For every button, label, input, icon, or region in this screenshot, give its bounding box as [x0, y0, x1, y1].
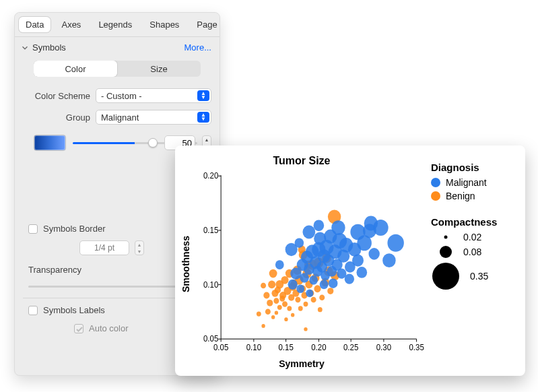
group-label: Group — [23, 112, 90, 123]
slider-thumb[interactable] — [148, 138, 158, 148]
data-point — [265, 309, 271, 315]
segment-size[interactable]: Size — [117, 61, 201, 77]
tab-legends[interactable]: Legends — [92, 17, 139, 32]
size-legend-medium: 0.08 — [431, 244, 514, 260]
tab-shapes[interactable]: Shapes — [143, 17, 186, 32]
data-point — [281, 276, 288, 284]
svg-point-26 — [432, 263, 459, 290]
data-point — [306, 289, 313, 297]
data-point — [382, 253, 395, 267]
color-scheme-select[interactable]: - Custom - ▲▼ — [96, 88, 211, 103]
color-slider[interactable] — [73, 136, 158, 150]
color-swatch[interactable] — [34, 135, 66, 151]
size-legend-label: 0.02 — [463, 232, 481, 242]
data-point — [309, 275, 318, 285]
border-size-value: 1/4 pt — [94, 243, 114, 253]
data-point — [298, 306, 303, 311]
y-axis-label: Smoothness — [178, 168, 194, 360]
section-more-link[interactable]: More... — [184, 42, 211, 53]
symbols-border-label: Symbols Border — [43, 224, 105, 234]
data-point — [311, 297, 316, 303]
dropdown-arrows-icon: ▲▼ — [197, 90, 209, 101]
size-legend-label: 0.08 — [463, 247, 481, 257]
data-point — [319, 294, 325, 300]
data-point — [273, 298, 279, 304]
data-point — [284, 317, 288, 321]
data-point — [257, 311, 261, 316]
color-scheme-value: - Custom - — [101, 91, 142, 101]
size-legend-title: Compactness — [431, 216, 514, 228]
svg-text:0.20: 0.20 — [311, 342, 327, 352]
svg-text:0.10: 0.10 — [203, 280, 219, 289]
symbols-labels-checkbox[interactable] — [28, 306, 38, 315]
scatter-plot: 0.05 0.10 0.15 0.20 0.05 0.10 0.15 0.2 — [194, 168, 426, 360]
symbols-section-header: Symbols More... — [15, 37, 220, 57]
size-dot-large-icon — [431, 261, 461, 291]
color-size-segment: Color Size — [34, 61, 201, 77]
symbols-border-checkbox[interactable] — [28, 224, 38, 234]
data-point — [352, 255, 364, 267]
data-point — [267, 300, 273, 306]
data-point — [285, 243, 298, 256]
data-point — [329, 278, 338, 288]
symbols-labels-label: Symbols Labels — [43, 305, 105, 315]
size-legend-small: 0.02 — [431, 232, 514, 242]
data-point — [279, 296, 285, 302]
data-point — [263, 292, 269, 299]
group-select[interactable]: Malignant ▲▼ — [96, 110, 211, 125]
data-point — [345, 274, 354, 284]
svg-text:0.30: 0.30 — [376, 342, 392, 352]
auto-color-checkbox — [74, 324, 83, 333]
size-dot-medium-icon — [431, 244, 454, 260]
svg-text:0.20: 0.20 — [203, 171, 219, 181]
data-point — [314, 285, 321, 292]
dropdown-arrows-icon: ▲▼ — [197, 112, 209, 123]
auto-color-label: Auto color — [89, 323, 129, 333]
data-point — [331, 220, 345, 235]
chart-card: Tumor Size Smoothness 0.05 0.10 0.15 0.2… — [175, 145, 525, 376]
section-title: Symbols — [32, 42, 184, 53]
data-point — [296, 284, 304, 293]
chevron-down-icon[interactable] — [20, 43, 30, 53]
x-axis-label: Symmetry — [178, 358, 426, 369]
chart-title: Tumor Size — [178, 155, 426, 167]
tab-page[interactable]: Page — [190, 17, 220, 32]
size-legend-label: 0.35 — [470, 271, 488, 282]
svg-text:0.25: 0.25 — [343, 342, 359, 352]
data-point — [327, 288, 333, 294]
segment-color[interactable]: Color — [34, 61, 117, 77]
svg-text:0.15: 0.15 — [203, 226, 219, 235]
data-point — [261, 324, 265, 328]
svg-point-25 — [440, 246, 452, 258]
color-scheme-row: Color Scheme - Custom - ▲▼ — [15, 85, 220, 106]
tab-data[interactable]: Data — [19, 17, 51, 32]
size-dot-small-icon — [431, 232, 454, 242]
data-point — [304, 302, 308, 306]
svg-text:0.35: 0.35 — [409, 342, 424, 352]
data-point — [320, 280, 329, 289]
border-size-select[interactable]: 1/4 pt — [79, 240, 129, 255]
legend-dot-malignant-icon — [431, 178, 440, 187]
border-size-stepper[interactable]: ▲▼ — [135, 240, 144, 255]
group-value: Malignant — [101, 112, 139, 123]
legend-label-benign: Benign — [446, 191, 475, 201]
data-point — [368, 248, 379, 260]
chart-legend: Diagnosis Malignant Benign Compactness 0… — [426, 155, 517, 369]
data-point — [387, 234, 403, 252]
tab-axes[interactable]: Axes — [55, 17, 88, 32]
data-point — [356, 267, 367, 278]
legend-item-benign: Benign — [431, 191, 514, 201]
data-point — [304, 327, 307, 331]
legend-dot-benign-icon — [431, 191, 440, 201]
data-point — [275, 311, 278, 315]
size-legend-large: 0.35 — [431, 261, 514, 291]
data-point — [275, 287, 281, 294]
data-point — [269, 269, 277, 278]
svg-text:0.05: 0.05 — [213, 342, 229, 352]
legend-title: Diagnosis — [431, 162, 514, 173]
data-point — [302, 225, 315, 238]
data-point — [268, 280, 275, 288]
data-point — [291, 313, 294, 317]
data-point — [282, 301, 288, 307]
legend-label-malignant: Malignant — [446, 177, 487, 188]
